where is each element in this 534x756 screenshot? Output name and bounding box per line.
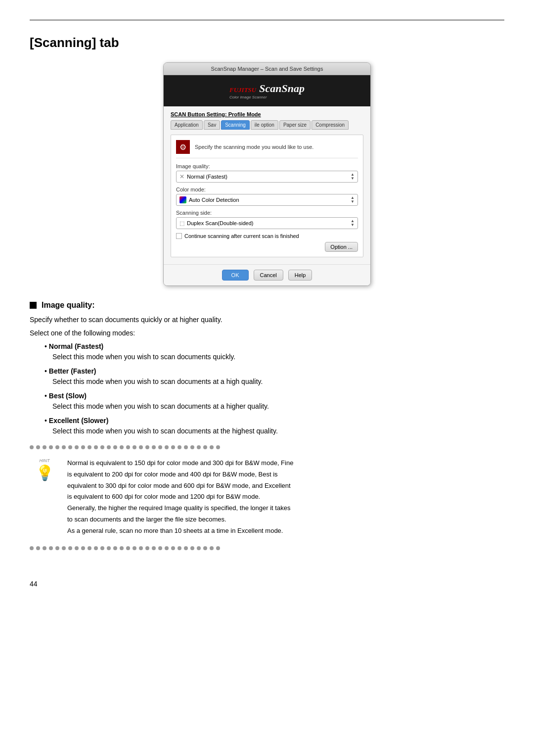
dialog-titlebar: ScanSnap Manager – Scan and Save Setting… bbox=[164, 63, 370, 75]
hint-text: Normal is equivalent to 150 dpi for colo… bbox=[67, 458, 293, 537]
tab-paper-size[interactable]: Paper size bbox=[279, 120, 311, 130]
dot-separator-top bbox=[30, 445, 504, 449]
hint-bulb-icon: 💡 bbox=[36, 464, 54, 481]
list-item-better: Better (Faster) Select this mode when yo… bbox=[44, 366, 504, 387]
scan-mode-icon: ⚙ bbox=[176, 140, 190, 154]
mode-best-title: Best (Slow) bbox=[49, 392, 87, 400]
dialog-box: ScanSnap Manager – Scan and Save Setting… bbox=[163, 62, 371, 286]
continue-scanning-checkbox-row[interactable]: Continue scanning after current scan is … bbox=[176, 233, 358, 239]
image-quality-stepper[interactable]: ▲▼ bbox=[351, 173, 355, 181]
continue-scanning-checkbox[interactable] bbox=[176, 233, 182, 239]
image-quality-modes-list: Normal (Fastest) Select this mode when y… bbox=[44, 341, 504, 436]
color-mode-stepper[interactable]: ▲▼ bbox=[351, 196, 355, 204]
tab-scanning[interactable]: Scanning bbox=[221, 120, 250, 130]
logo-subtitle: Color Image Scanner bbox=[229, 95, 267, 99]
hint-box: HINT 💡 Normal is equivalent to 150 dpi f… bbox=[30, 458, 504, 537]
list-item-best: Best (Slow) Select this mode when you wi… bbox=[44, 391, 504, 412]
tab-save[interactable]: Sav bbox=[204, 120, 220, 130]
duplex-icon: ⬚ bbox=[179, 220, 184, 227]
mode-better-desc: Select this mode when you wish to scan d… bbox=[52, 377, 504, 387]
cancel-button[interactable]: Cancel bbox=[254, 270, 283, 281]
dialog-body: SCAN Button Setting: Profile Mode Applic… bbox=[164, 106, 370, 264]
mode-normal-title: Normal (Fastest) bbox=[49, 342, 103, 350]
dialog-title: ScanSnap Manager – Scan and Save Setting… bbox=[211, 66, 323, 72]
option-button[interactable]: Option ... bbox=[325, 242, 358, 252]
dialog-wrapper: ScanSnap Manager – Scan and Save Setting… bbox=[30, 62, 504, 286]
logo-fujitsu: FUJITSU bbox=[229, 86, 256, 94]
scanning-side-value: Duplex Scan(Double-sided) bbox=[187, 220, 254, 226]
hint-icon-area: HINT 💡 bbox=[30, 458, 59, 481]
scanning-side-field: Scanning side: ⬚ Duplex Scan(Double-side… bbox=[176, 210, 358, 229]
scanning-side-stepper[interactable]: ▲▼ bbox=[351, 219, 355, 227]
mode-excellent-desc: Select this mode when you wish to scan d… bbox=[52, 426, 504, 436]
image-quality-select[interactable]: ✕ Normal (Fastest) ▲▼ bbox=[176, 171, 358, 183]
continue-scanning-label: Continue scanning after current scan is … bbox=[184, 233, 299, 239]
scanning-side-select[interactable]: ⬚ Duplex Scan(Double-sided) ▲▼ bbox=[176, 217, 358, 229]
list-item-excellent: Excellent (Slower) Select this mode when… bbox=[44, 416, 504, 436]
option-row: Option ... bbox=[176, 242, 358, 252]
image-quality-section-heading: Image quality: bbox=[30, 301, 504, 310]
mode-normal-desc: Select this mode when you wish to scan d… bbox=[52, 352, 504, 362]
scanning-section: ⚙ Specify the scanning mode you would li… bbox=[171, 135, 363, 257]
tab-bar: Application Sav Scanning ile option Pape… bbox=[171, 120, 363, 130]
color-mode-label: Color mode: bbox=[176, 187, 358, 192]
color-mode-field: Color mode: Auto Color Detection ▲▼ bbox=[176, 187, 358, 206]
top-rule bbox=[30, 20, 504, 20]
normal-icon: ✕ bbox=[179, 173, 184, 180]
image-quality-desc1: Specify whether to scan documents quickl… bbox=[30, 315, 504, 325]
image-quality-desc2: Select one of the following modes: bbox=[30, 328, 504, 338]
list-item-normal: Normal (Fastest) Select this mode when y… bbox=[44, 341, 504, 362]
color-mode-select[interactable]: Auto Color Detection ▲▼ bbox=[176, 194, 358, 206]
section-icon bbox=[30, 302, 37, 309]
tab-compression[interactable]: Compression bbox=[312, 120, 349, 130]
scanning-desc: Specify the scanning mode you would like… bbox=[195, 144, 313, 150]
mode-excellent-title: Excellent (Slower) bbox=[49, 417, 109, 425]
tab-file-option[interactable]: ile option bbox=[251, 120, 278, 130]
color-mode-icon bbox=[179, 196, 186, 203]
dialog-footer: OK Cancel Help bbox=[164, 264, 370, 285]
mode-best-desc: Select this mode when you wish to scan d… bbox=[52, 401, 504, 412]
logo-scansnap: ScanSnap bbox=[259, 82, 305, 95]
mode-better-title: Better (Faster) bbox=[49, 367, 96, 375]
hint-label: HINT bbox=[40, 458, 50, 463]
color-mode-value: Auto Color Detection bbox=[189, 197, 239, 203]
scanning-side-label: Scanning side: bbox=[176, 210, 358, 216]
image-quality-section-title: Image quality: bbox=[42, 301, 95, 310]
image-quality-value: Normal (Fastest) bbox=[187, 174, 227, 180]
help-button[interactable]: Help bbox=[288, 270, 312, 281]
scanning-header: ⚙ Specify the scanning mode you would li… bbox=[176, 140, 358, 158]
image-quality-field: Image quality: ✕ Normal (Fastest) ▲▼ bbox=[176, 163, 358, 183]
tab-application[interactable]: Application bbox=[171, 120, 203, 130]
ok-button[interactable]: OK bbox=[222, 270, 249, 281]
image-quality-label: Image quality: bbox=[176, 163, 358, 169]
dot-separator-bottom bbox=[30, 546, 504, 550]
page-number: 44 bbox=[30, 580, 504, 588]
page-title: [Scanning] tab bbox=[30, 35, 504, 50]
dialog-logo-area: FUJITSU ScanSnap Color Image Scanner bbox=[164, 75, 370, 106]
scan-button-label: SCAN Button Setting: Profile Mode bbox=[171, 111, 363, 117]
